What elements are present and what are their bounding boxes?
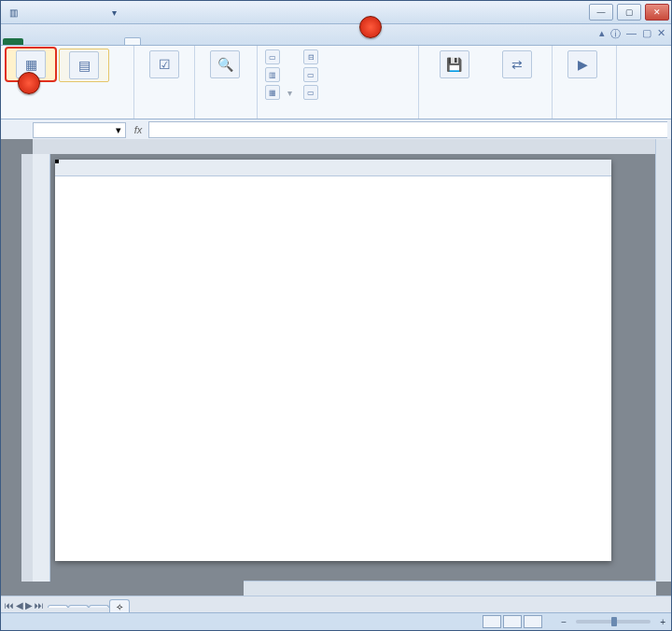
window-icon: ▭ <box>265 49 280 64</box>
status-bar: − + <box>1 612 671 630</box>
arrange-icon: ▥ <box>265 67 280 82</box>
ribbon-minimize-icon[interactable]: ▴ <box>599 27 605 41</box>
tab-view[interactable] <box>124 37 141 45</box>
qat-dropdown-icon[interactable]: ▾ <box>107 6 120 19</box>
help-icon[interactable]: ⓘ <box>610 27 621 41</box>
excel-icon: ▥ <box>7 6 20 19</box>
view-normal-icon[interactable] <box>483 615 501 628</box>
page-layout-view-button[interactable]: ▤ <box>59 49 109 82</box>
row-headers[interactable] <box>33 154 50 582</box>
freeze-panes-button[interactable]: ▦ ▾ <box>263 84 294 101</box>
show-button[interactable]: ☑ <box>140 49 189 80</box>
titlebar: ▥ ▾ — ▢ ✕ <box>1 1 671 24</box>
next-sheet-icon[interactable]: ▶ <box>25 600 33 610</box>
zoom-out-icon[interactable]: − <box>561 617 567 627</box>
first-sheet-icon[interactable]: ⏮ <box>5 600 14 610</box>
callout-2 <box>18 72 40 94</box>
new-sheet-button[interactable]: ✧ <box>109 599 130 612</box>
active-cell[interactable] <box>55 160 59 163</box>
gridlines <box>87 332 611 561</box>
view-shortcuts <box>483 615 542 628</box>
doc-minimize-icon[interactable]: — <box>626 27 637 41</box>
qat-item-icon[interactable] <box>91 6 104 19</box>
page-icon: ▤ <box>69 51 99 79</box>
macros-icon: ▶ <box>567 50 597 78</box>
sheet-tab-2[interactable] <box>68 605 89 608</box>
excel-window: ▥ ▾ — ▢ ✕ ▴ ⓘ — ▢ <box>0 0 672 631</box>
ribbon-tabs: ▴ ⓘ — ▢ ✕ <box>1 24 671 46</box>
switch-window-button[interactable]: ⇄ <box>487 49 546 80</box>
worksheet-area <box>1 139 671 596</box>
arrange-all-button[interactable]: ▥ <box>263 66 294 83</box>
sheet-nav[interactable]: ⏮◀▶⏭ <box>1 600 48 610</box>
save-icon[interactable] <box>23 6 36 19</box>
view-pagebreak-icon[interactable] <box>524 615 542 628</box>
tab-pagelayout[interactable] <box>57 37 74 45</box>
view-pagelayout-icon[interactable] <box>503 615 522 628</box>
tab-review[interactable] <box>107 37 124 45</box>
horizontal-ruler <box>33 139 656 154</box>
tab-addins[interactable] <box>158 37 175 45</box>
close-button[interactable]: ✕ <box>645 4 669 21</box>
column-headers[interactable] <box>55 160 611 176</box>
tab-foxit[interactable] <box>175 37 191 45</box>
checklist-icon: ☑ <box>149 50 179 78</box>
formula-input[interactable] <box>148 121 667 138</box>
doc-close-icon[interactable]: ✕ <box>657 27 665 41</box>
last-sheet-icon[interactable]: ⏭ <box>35 600 44 610</box>
save-workspace-button[interactable]: 💾 <box>425 49 483 80</box>
qat-item-icon[interactable] <box>74 6 87 19</box>
switch-icon: ⇄ <box>502 50 532 78</box>
tab-formulas[interactable] <box>74 37 91 45</box>
horizontal-scrollbar[interactable] <box>244 581 656 596</box>
tab-home[interactable] <box>23 37 40 45</box>
doc-restore-icon[interactable]: ▢ <box>642 27 651 41</box>
split-icon[interactable]: ⊟ <box>301 49 320 65</box>
tab-file[interactable] <box>3 38 23 45</box>
name-box[interactable]: ▾ <box>33 122 126 138</box>
new-window-button[interactable]: ▭ <box>263 49 294 65</box>
sheet-bar: ⏮◀▶⏭ ✧ <box>1 596 671 613</box>
redo-icon[interactable] <box>57 6 70 19</box>
undo-icon[interactable] <box>40 6 53 19</box>
vertical-ruler <box>21 154 33 582</box>
unhide-icon[interactable]: ▭ <box>301 84 320 101</box>
callout-1 <box>359 16 382 38</box>
zoom-slider[interactable] <box>576 620 651 624</box>
minimize-button[interactable]: — <box>589 4 613 21</box>
tab-insert[interactable] <box>40 37 57 45</box>
tab-developer[interactable] <box>141 37 158 45</box>
sheet-tab-1[interactable] <box>48 605 68 608</box>
maximize-button[interactable]: ▢ <box>617 4 641 21</box>
tab-data[interactable] <box>91 37 107 45</box>
hide-icon[interactable]: ▭ <box>301 66 320 83</box>
zoom-button[interactable]: 🔍 <box>201 49 249 80</box>
quick-access-toolbar: ▥ ▾ <box>1 6 126 19</box>
freeze-icon: ▦ <box>265 85 280 100</box>
window-controls: — ▢ ✕ <box>587 1 671 23</box>
magnifier-icon: 🔍 <box>210 50 240 78</box>
macros-button[interactable]: ▶ <box>558 49 607 80</box>
group-label-views <box>7 116 128 119</box>
zoom-in-icon[interactable]: + <box>660 617 665 627</box>
chevron-down-icon[interactable]: ▾ <box>116 124 121 136</box>
prev-sheet-icon[interactable]: ◀ <box>16 600 23 610</box>
formula-bar: ▾ fx <box>1 119 671 141</box>
save-icon: 💾 <box>440 50 469 78</box>
fx-icon[interactable]: fx <box>128 124 148 135</box>
ribbon: ▦ ▤ ☑ 🔍 ▭ ▥ ▦ ▾ <box>1 46 671 119</box>
sheet-tab-3[interactable] <box>89 605 109 608</box>
zoom-thumb[interactable] <box>611 617 617 626</box>
tab-abbyy[interactable] <box>191 37 208 45</box>
page <box>55 160 611 561</box>
vertical-scrollbar[interactable] <box>655 139 671 582</box>
